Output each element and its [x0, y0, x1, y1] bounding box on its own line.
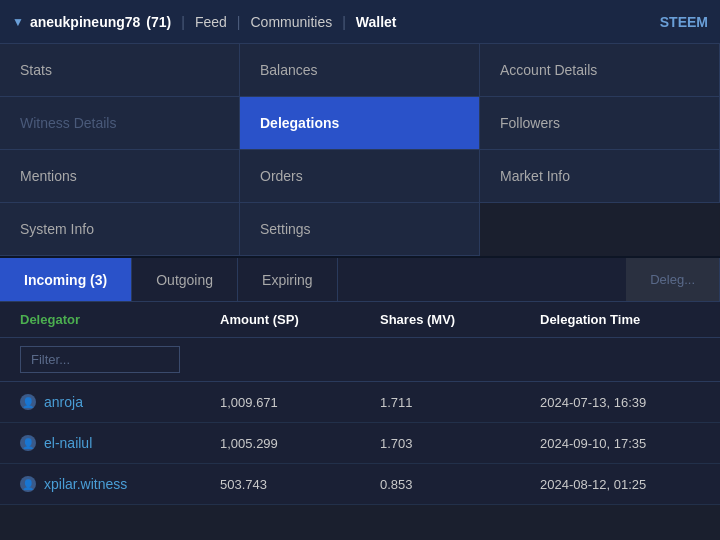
- nav-communities-link[interactable]: Communities: [250, 14, 332, 30]
- menu-grid: Stats Balances Account Details Witness D…: [0, 44, 720, 258]
- tab-incoming[interactable]: Incoming (3): [0, 258, 132, 301]
- nav-reputation: (71): [146, 14, 171, 30]
- nav-divider-1: |: [181, 14, 185, 30]
- table-row: 👤 el-nailul 1,005.299 1.703 2024-09-10, …: [0, 423, 720, 464]
- shares-anroja: 1.711: [380, 395, 540, 410]
- amount-xpilar-witness: 503.743: [220, 477, 380, 492]
- nav-feed-link[interactable]: Feed: [195, 14, 227, 30]
- delegator-xpilar-witness[interactable]: 👤 xpilar.witness: [20, 476, 220, 492]
- delegations-table: Delegator Amount (SP) Shares (MV) Delega…: [0, 302, 720, 505]
- tab-expiring[interactable]: Expiring: [238, 258, 338, 301]
- menu-settings[interactable]: Settings: [240, 203, 480, 256]
- menu-balances[interactable]: Balances: [240, 44, 480, 97]
- menu-system-info[interactable]: System Info: [0, 203, 240, 256]
- user-icon: 👤: [20, 476, 36, 492]
- nav-divider-2: |: [237, 14, 241, 30]
- amount-anroja: 1,009.671: [220, 395, 380, 410]
- nav-arrow-icon: ▼: [12, 15, 24, 29]
- time-el-nailul: 2024-09-10, 17:35: [540, 436, 700, 451]
- tab-outgoing[interactable]: Outgoing: [132, 258, 238, 301]
- menu-stats[interactable]: Stats: [0, 44, 240, 97]
- user-icon: 👤: [20, 435, 36, 451]
- filter-input[interactable]: [20, 346, 180, 373]
- tab-bar: Incoming (3) Outgoing Expiring Deleg...: [0, 258, 720, 302]
- time-xpilar-witness: 2024-08-12, 01:25: [540, 477, 700, 492]
- col-amount-header: Amount (SP): [220, 312, 380, 327]
- top-nav: ▼ aneukpineung78 (71) | Feed | Communiti…: [0, 0, 720, 44]
- shares-el-nailul: 1.703: [380, 436, 540, 451]
- delegator-anroja[interactable]: 👤 anroja: [20, 394, 220, 410]
- col-time-header: Delegation Time: [540, 312, 700, 327]
- table-row: 👤 xpilar.witness 503.743 0.853 2024-08-1…: [0, 464, 720, 505]
- nav-wallet-link[interactable]: Wallet: [356, 14, 397, 30]
- table-row: 👤 anroja 1,009.671 1.711 2024-07-13, 16:…: [0, 382, 720, 423]
- delegator-el-nailul[interactable]: 👤 el-nailul: [20, 435, 220, 451]
- menu-delegations[interactable]: Delegations: [240, 97, 480, 150]
- filter-cell: [20, 346, 220, 373]
- shares-xpilar-witness: 0.853: [380, 477, 540, 492]
- menu-followers[interactable]: Followers: [480, 97, 720, 150]
- time-anroja: 2024-07-13, 16:39: [540, 395, 700, 410]
- menu-orders[interactable]: Orders: [240, 150, 480, 203]
- amount-el-nailul: 1,005.299: [220, 436, 380, 451]
- menu-mentions[interactable]: Mentions: [0, 150, 240, 203]
- menu-account-details[interactable]: Account Details: [480, 44, 720, 97]
- filter-row: [0, 338, 720, 382]
- menu-market-info[interactable]: Market Info: [480, 150, 720, 203]
- user-icon: 👤: [20, 394, 36, 410]
- nav-divider-3: |: [342, 14, 346, 30]
- col-shares-header: Shares (MV): [380, 312, 540, 327]
- menu-witness-details: Witness Details: [0, 97, 240, 150]
- nav-username: ▼ aneukpineung78 (71): [12, 14, 171, 30]
- table-header-row: Delegator Amount (SP) Shares (MV) Delega…: [0, 302, 720, 338]
- col-delegator-header: Delegator: [20, 312, 220, 327]
- tab-deleg: Deleg...: [626, 258, 720, 301]
- nav-steem-label: STEEM: [660, 14, 708, 30]
